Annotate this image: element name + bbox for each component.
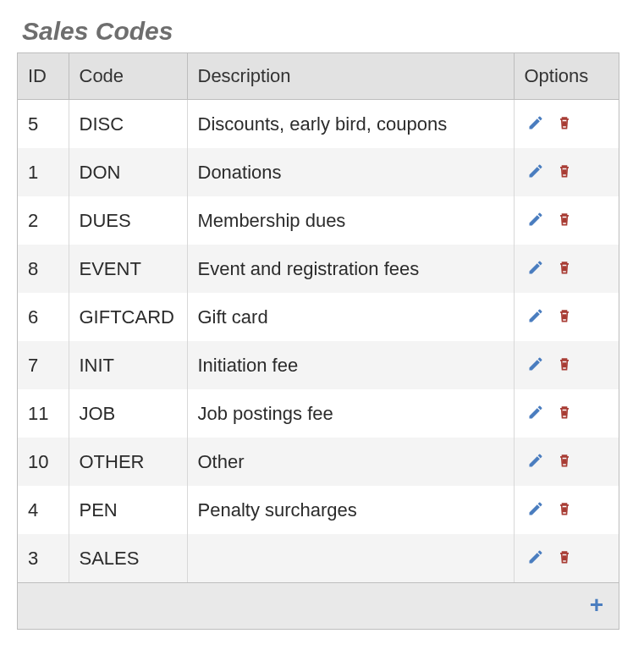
edit-button[interactable] bbox=[525, 305, 547, 327]
pencil-icon bbox=[527, 162, 544, 179]
col-header-options: Options bbox=[514, 53, 619, 100]
cell-code: EVENT bbox=[69, 245, 187, 293]
edit-button[interactable] bbox=[525, 449, 547, 471]
pencil-icon bbox=[527, 355, 544, 372]
cell-code: GIFTCARD bbox=[69, 293, 187, 341]
table-row: 6GIFTCARDGift card bbox=[18, 293, 619, 341]
table-row: 3SALES bbox=[18, 534, 619, 582]
pencil-icon bbox=[527, 259, 544, 276]
cell-description: Event and registration fees bbox=[187, 245, 514, 293]
cell-code: DON bbox=[69, 148, 187, 196]
table-row: 2DUESMembership dues bbox=[18, 196, 619, 245]
edit-button[interactable] bbox=[525, 256, 547, 278]
cell-description: Membership dues bbox=[187, 196, 514, 245]
cell-options bbox=[514, 438, 619, 486]
delete-button[interactable] bbox=[553, 208, 575, 230]
cell-options bbox=[514, 293, 619, 341]
trash-icon bbox=[556, 548, 573, 565]
cell-description bbox=[187, 534, 514, 582]
cell-description: Gift card bbox=[187, 293, 514, 341]
col-header-description[interactable]: Description bbox=[187, 53, 514, 100]
cell-description: Donations bbox=[187, 148, 514, 196]
cell-options bbox=[514, 100, 619, 149]
pencil-icon bbox=[527, 114, 544, 131]
trash-icon bbox=[556, 355, 573, 372]
table-row: 4PENPenalty surcharges bbox=[18, 486, 619, 534]
cell-code: DUES bbox=[69, 196, 187, 245]
delete-button[interactable] bbox=[553, 401, 575, 423]
edit-button[interactable] bbox=[525, 160, 547, 182]
cell-id: 3 bbox=[18, 534, 69, 582]
cell-id: 1 bbox=[18, 148, 69, 196]
pencil-icon bbox=[527, 404, 544, 421]
cell-id: 7 bbox=[18, 341, 69, 389]
add-button[interactable]: + bbox=[590, 593, 603, 617]
edit-button[interactable] bbox=[525, 208, 547, 230]
cell-description: Other bbox=[187, 438, 514, 486]
col-header-code[interactable]: Code bbox=[69, 53, 187, 100]
pencil-icon bbox=[527, 500, 544, 517]
edit-button[interactable] bbox=[525, 546, 547, 568]
edit-button[interactable] bbox=[525, 401, 547, 423]
delete-button[interactable] bbox=[553, 160, 575, 182]
cell-id: 11 bbox=[18, 389, 69, 438]
cell-options bbox=[514, 389, 619, 438]
trash-icon bbox=[556, 114, 573, 131]
sales-codes-table: ID Code Description Options 5DISCDiscoun… bbox=[18, 53, 619, 582]
cell-description: Discounts, early bird, coupons bbox=[187, 100, 514, 149]
trash-icon bbox=[556, 500, 573, 517]
trash-icon bbox=[556, 162, 573, 179]
cell-code: OTHER bbox=[69, 438, 187, 486]
cell-options bbox=[514, 196, 619, 245]
table-header-row: ID Code Description Options bbox=[18, 53, 619, 100]
cell-id: 10 bbox=[18, 438, 69, 486]
edit-button[interactable] bbox=[525, 498, 547, 520]
trash-icon bbox=[556, 452, 573, 469]
cell-code: SALES bbox=[69, 534, 187, 582]
pencil-icon bbox=[527, 211, 544, 228]
plus-icon: + bbox=[590, 593, 603, 617]
cell-code: INIT bbox=[69, 341, 187, 389]
table-row: 8EVENTEvent and registration fees bbox=[18, 245, 619, 293]
trash-icon bbox=[556, 404, 573, 421]
cell-description: Job postings fee bbox=[187, 389, 514, 438]
cell-options bbox=[514, 341, 619, 389]
sales-codes-panel: ID Code Description Options 5DISCDiscoun… bbox=[17, 52, 619, 630]
table-row: 1DONDonations bbox=[18, 148, 619, 196]
cell-code: PEN bbox=[69, 486, 187, 534]
delete-button[interactable] bbox=[553, 112, 575, 134]
cell-id: 4 bbox=[18, 486, 69, 534]
delete-button[interactable] bbox=[553, 256, 575, 278]
cell-code: DISC bbox=[69, 100, 187, 149]
delete-button[interactable] bbox=[553, 449, 575, 471]
pencil-icon bbox=[527, 452, 544, 469]
table-row: 11JOBJob postings fee bbox=[18, 389, 619, 438]
delete-button[interactable] bbox=[553, 546, 575, 568]
cell-id: 6 bbox=[18, 293, 69, 341]
edit-button[interactable] bbox=[525, 112, 547, 134]
cell-options bbox=[514, 486, 619, 534]
cell-options bbox=[514, 148, 619, 196]
col-header-id[interactable]: ID bbox=[18, 53, 69, 100]
cell-description: Initiation fee bbox=[187, 341, 514, 389]
edit-button[interactable] bbox=[525, 353, 547, 375]
delete-button[interactable] bbox=[553, 305, 575, 327]
table-row: 10OTHEROther bbox=[18, 438, 619, 486]
delete-button[interactable] bbox=[553, 498, 575, 520]
trash-icon bbox=[556, 259, 573, 276]
trash-icon bbox=[556, 211, 573, 228]
trash-icon bbox=[556, 307, 573, 324]
cell-id: 5 bbox=[18, 100, 69, 149]
cell-id: 8 bbox=[18, 245, 69, 293]
table-row: 5DISCDiscounts, early bird, coupons bbox=[18, 100, 619, 149]
cell-code: JOB bbox=[69, 389, 187, 438]
pencil-icon bbox=[527, 548, 544, 565]
cell-options bbox=[514, 534, 619, 582]
table-footer: + bbox=[18, 582, 619, 629]
pencil-icon bbox=[527, 307, 544, 324]
cell-description: Penalty surcharges bbox=[187, 486, 514, 534]
page-title: Sales Codes bbox=[22, 17, 627, 46]
delete-button[interactable] bbox=[553, 353, 575, 375]
cell-id: 2 bbox=[18, 196, 69, 245]
table-row: 7INITInitiation fee bbox=[18, 341, 619, 389]
